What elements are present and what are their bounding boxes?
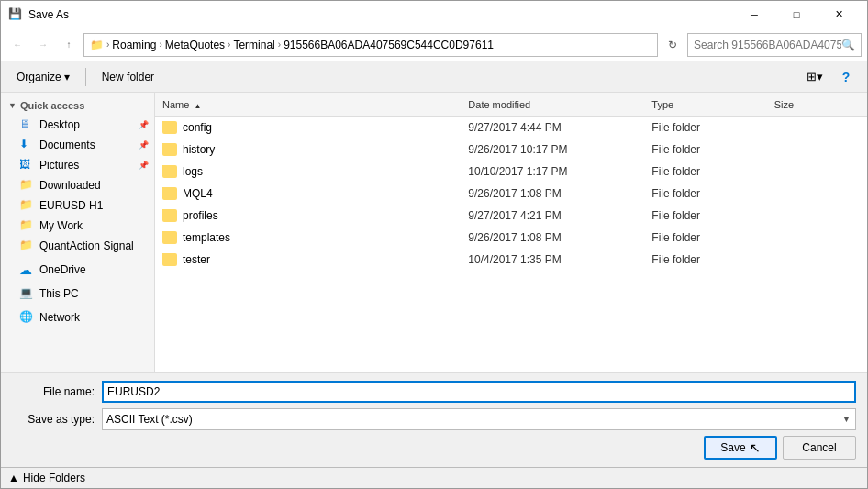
- maximize-button[interactable]: □: [775, 1, 818, 28]
- column-size[interactable]: Size: [774, 99, 860, 110]
- organize-chevron-icon: ▾: [64, 71, 70, 83]
- sidebar-section-quick-access: ▼ Quick access 🖥 Desktop 📌 ⬇ Documents 📌…: [1, 96, 154, 256]
- sidebar-section-network: 🌐 Network: [1, 307, 154, 328]
- sidebar-item-desktop[interactable]: 🖥 Desktop 📌: [1, 115, 154, 135]
- cancel-button[interactable]: Cancel: [783, 436, 856, 460]
- forward-button[interactable]: →: [32, 34, 54, 56]
- hide-folders-bar[interactable]: ▲ Hide Folders: [1, 467, 867, 488]
- organize-button[interactable]: Organize ▾: [8, 66, 78, 88]
- cursor-icon: ↖: [750, 440, 761, 455]
- file-date-cell: 9/26/2017 1:08 PM: [468, 231, 651, 244]
- view-icon: ⊞: [807, 70, 817, 83]
- file-date-cell: 10/4/2017 1:35 PM: [468, 253, 651, 266]
- sidebar-item-onedrive[interactable]: ☁ OneDrive: [1, 260, 154, 280]
- file-type-cell: File folder: [651, 209, 773, 222]
- column-name[interactable]: Name ▲: [162, 99, 468, 110]
- file-type-cell: File folder: [651, 253, 773, 266]
- file-type-cell: File folder: [651, 143, 773, 156]
- folder-icon: [162, 187, 177, 200]
- sidebar-item-quantaction[interactable]: 📁 QuantAction Signal: [1, 236, 154, 256]
- pin-icon-pics: 📌: [139, 161, 149, 170]
- breadcrumb-metaquotes: MetaQuotes: [165, 39, 225, 51]
- toolbar-separator: [85, 68, 86, 86]
- help-icon: ?: [842, 70, 851, 84]
- file-name-cell: config: [162, 121, 468, 134]
- sidebar-item-pictures[interactable]: 🖼 Pictures 📌: [1, 155, 154, 175]
- eurusd-label: EURUSD H1: [39, 199, 103, 212]
- title-bar-buttons: ─ □ ✕: [733, 1, 860, 28]
- file-name-cell: history: [162, 143, 468, 156]
- bottom-panel: File name: Save as type: ASCII Text (*.c…: [1, 372, 867, 467]
- quick-access-header[interactable]: ▼ Quick access: [1, 96, 154, 115]
- help-button[interactable]: ?: [832, 66, 860, 88]
- file-name-label: File name:: [12, 385, 95, 398]
- sidebar-item-documents[interactable]: ⬇ Documents 📌: [1, 135, 154, 155]
- window-icon: 💾: [8, 7, 23, 22]
- breadcrumb-bar[interactable]: 📁 › Roaming › MetaQuotes › Terminal › 91…: [83, 33, 658, 57]
- quantaction-label: QuantAction Signal: [39, 239, 134, 252]
- column-type[interactable]: Type: [651, 99, 773, 110]
- view-options-button[interactable]: ⊞ ▾: [801, 66, 829, 88]
- sidebar-item-eurusd[interactable]: 📁 EURUSD H1: [1, 195, 154, 216]
- file-name-cell: MQL4: [162, 187, 468, 200]
- sort-arrow-icon: ▲: [194, 102, 201, 110]
- breadcrumb-guid: 915566BA06ADA407569C544CC0D97611: [284, 39, 494, 51]
- save-as-type-select[interactable]: ASCII Text (*.csv): [102, 408, 856, 430]
- sidebar-item-thispc[interactable]: 💻 This PC: [1, 283, 154, 304]
- folder-icon: [162, 231, 177, 244]
- file-name-input[interactable]: [102, 381, 856, 403]
- quantaction-icon: 📁: [19, 239, 34, 253]
- folder-icon: [162, 121, 177, 134]
- file-row[interactable]: profiles 9/27/2017 4:21 PM File folder: [155, 205, 867, 227]
- quick-access-chevron-icon: ▼: [8, 101, 17, 110]
- back-button[interactable]: ←: [6, 34, 28, 56]
- file-row[interactable]: history 9/26/2017 10:17 PM File folder: [155, 139, 867, 161]
- desktop-label: Desktop: [39, 118, 80, 131]
- save-button[interactable]: Save ↖: [704, 436, 777, 460]
- file-date-cell: 9/27/2017 4:44 PM: [468, 121, 651, 134]
- file-row[interactable]: tester 10/4/2017 1:35 PM File folder: [155, 249, 867, 271]
- minimize-button[interactable]: ─: [733, 1, 775, 28]
- onedrive-label: OneDrive: [39, 263, 86, 276]
- file-name-cell: templates: [162, 231, 468, 244]
- sidebar-item-mywork[interactable]: 📁 My Work: [1, 216, 154, 236]
- thispc-label: This PC: [39, 287, 79, 300]
- button-row: Save ↖ Cancel: [12, 436, 856, 460]
- sidebar-item-downloaded[interactable]: 📁 Downloaded: [1, 175, 154, 195]
- onedrive-icon: ☁: [19, 262, 34, 277]
- folder-icon: [162, 209, 177, 222]
- search-icon: 🔍: [841, 39, 855, 51]
- file-list: Name ▲ Date modified Type Size config: [155, 93, 867, 372]
- organize-label: Organize: [17, 71, 61, 83]
- file-row[interactable]: MQL4 9/26/2017 1:08 PM File folder: [155, 183, 867, 205]
- toolbar: Organize ▾ New folder ⊞ ▾ ?: [1, 61, 867, 93]
- up-button[interactable]: ↑: [58, 34, 80, 56]
- column-date[interactable]: Date modified: [468, 99, 651, 110]
- network-label: Network: [39, 311, 80, 324]
- search-input[interactable]: [694, 39, 841, 51]
- save-as-type-label: Save as type:: [12, 413, 95, 426]
- breadcrumb-folder-icon: 📁: [90, 39, 104, 51]
- new-folder-button[interactable]: New folder: [94, 66, 162, 88]
- pictures-label: Pictures: [39, 159, 79, 172]
- file-row[interactable]: logs 10/10/2017 1:17 PM File folder: [155, 161, 867, 183]
- file-date-cell: 9/26/2017 1:08 PM: [468, 187, 651, 200]
- window-title: Save As: [28, 8, 733, 21]
- file-row[interactable]: config 9/27/2017 4:44 PM File folder: [155, 117, 867, 139]
- save-label: Save: [720, 441, 745, 454]
- sidebar: ▼ Quick access 🖥 Desktop 📌 ⬇ Documents 📌…: [1, 93, 155, 372]
- sidebar-section-thispc: 💻 This PC: [1, 283, 154, 304]
- pin-icon-docs: 📌: [139, 140, 149, 150]
- save-type-wrapper: ASCII Text (*.csv): [102, 408, 856, 430]
- mywork-label: My Work: [39, 219, 83, 232]
- sidebar-item-network[interactable]: 🌐 Network: [1, 307, 154, 328]
- refresh-button[interactable]: ↻: [662, 34, 684, 56]
- close-button[interactable]: ✕: [818, 1, 860, 28]
- file-type-cell: File folder: [651, 187, 773, 200]
- file-name-cell: profiles: [162, 209, 468, 222]
- desktop-icon: 🖥: [19, 117, 34, 132]
- folder-icon: [162, 165, 177, 178]
- file-row[interactable]: templates 9/26/2017 1:08 PM File folder: [155, 227, 867, 249]
- save-as-dialog: 💾 Save As ─ □ ✕ ← → ↑ 📁 › Roaming › Meta…: [0, 0, 868, 489]
- file-date-cell: 9/26/2017 10:17 PM: [468, 143, 651, 156]
